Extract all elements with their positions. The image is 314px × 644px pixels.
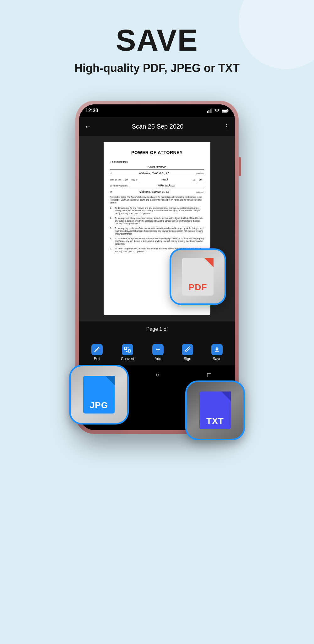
- txt-label: TXT: [199, 416, 231, 426]
- doc-appoint-name: Mike Jackson: [129, 184, 204, 188]
- doc-address-value: Alabama, Central St, 17: [113, 171, 195, 176]
- add-toolbar-item[interactable]: Add: [152, 344, 164, 361]
- txt-icon-badge[interactable]: TXT: [185, 380, 245, 440]
- doc-paragraph: (hereinafter called "the Agent") to be m…: [110, 196, 204, 204]
- nav-home-button[interactable]: ○: [155, 371, 159, 379]
- doc-born-year-val: 90: [196, 178, 204, 182]
- jpg-file-body: JPG: [83, 376, 115, 414]
- hero-subtitle: High-quality PDF, JPEG or TXT: [0, 62, 314, 75]
- doc-born-line: born on the 20 day of April 19 90: [110, 178, 204, 182]
- save-toolbar-item[interactable]: Save: [211, 344, 223, 361]
- edit-label: Edit: [94, 357, 100, 361]
- signal-icon: [207, 108, 212, 113]
- jpg-file-icon: JPG: [83, 376, 115, 414]
- phone-power-button: [239, 157, 241, 176]
- add-svg: [154, 346, 161, 353]
- convert-svg: [124, 346, 131, 353]
- menu-button[interactable]: ⋮: [224, 123, 230, 130]
- doc-born-day: 20: [122, 178, 130, 182]
- sign-toolbar-item[interactable]: Sign: [182, 344, 193, 361]
- doc-born-year-prefix: 19: [192, 178, 195, 181]
- doc-appoint-address-line: of Alabama, Square St, 51 (address): [110, 190, 204, 195]
- svg-rect-7: [125, 347, 127, 350]
- svg-rect-8: [128, 350, 130, 352]
- save-icon: [211, 344, 223, 355]
- edit-toolbar-item[interactable]: Edit: [91, 344, 103, 361]
- doc-name-line: Adam Bronson: [110, 165, 204, 170]
- status-icons: [207, 108, 229, 113]
- pdf-icon-badge[interactable]: PDF: [170, 248, 232, 311]
- sign-svg: [184, 346, 191, 353]
- doc-appoint-of-label: of: [110, 191, 112, 194]
- doc-appoint-line: do hereby appoint Mike Jackson: [110, 184, 204, 188]
- app-toolbar: ← Scan 25 Sep 2020 ⋮: [79, 117, 235, 136]
- pdf-icon-box: PDF: [170, 248, 226, 305]
- add-label: Add: [154, 357, 161, 361]
- txt-file-body: TXT: [199, 391, 231, 429]
- txt-icon-box: TXT: [185, 380, 245, 440]
- wifi-icon: [214, 108, 220, 113]
- save-svg: [214, 346, 220, 353]
- convert-toolbar-item[interactable]: Convert: [121, 344, 134, 361]
- page-indicator: Page 1 of: [79, 321, 235, 337]
- doc-of-label: of: [110, 172, 112, 175]
- pdf-file-icon: PDF: [182, 258, 214, 296]
- doc-appoint-address: Alabama, Square St, 51: [113, 190, 195, 195]
- doc-born-label: born on the: [110, 178, 121, 181]
- doc-appoint-label: do hereby appoint: [110, 184, 127, 187]
- bottom-toolbar: Edit Convert: [79, 337, 235, 365]
- edit-icon: [91, 344, 103, 355]
- doc-name-value: Adam Bronson: [110, 165, 204, 170]
- pdf-label: PDF: [182, 282, 214, 292]
- hero-section: SAVE High-quality PDF, JPEG or TXT: [0, 0, 314, 75]
- sign-label: Sign: [184, 357, 191, 361]
- back-button[interactable]: ←: [84, 122, 92, 131]
- svg-rect-1: [208, 110, 209, 113]
- convert-label: Convert: [121, 357, 134, 361]
- page-text: Page 1 of: [146, 326, 168, 332]
- svg-rect-6: [228, 110, 229, 112]
- status-bar: 12:30: [79, 104, 235, 117]
- txt-corner: [221, 391, 231, 401]
- doc-item-3: 3. To manage my business affairs, invest…: [110, 227, 204, 235]
- doc-item-4: 4. To commerce, carry on or defend all a…: [110, 237, 204, 246]
- add-icon: [152, 344, 164, 355]
- doc-address-line: of Alabama, Central St, 17 (address): [110, 171, 204, 176]
- nav-recents-button[interactable]: □: [207, 371, 211, 379]
- save-label: Save: [213, 357, 221, 361]
- jpg-icon-badge[interactable]: JPG: [69, 365, 129, 425]
- doc-appoint-address-tag: (address): [196, 191, 204, 193]
- svg-rect-2: [210, 109, 211, 113]
- doc-item-2: 2. To manage and let my immovable proper…: [110, 217, 204, 225]
- battery-icon: [222, 109, 229, 113]
- doc-born-month: April: [139, 178, 192, 182]
- jpg-corner: [105, 376, 115, 385]
- jpg-label: JPG: [83, 400, 115, 410]
- jpg-icon-box: JPG: [69, 365, 129, 425]
- phone-mockup: PDF JPG TXT: [75, 101, 239, 447]
- hero-title: SAVE: [0, 25, 314, 55]
- doc-day-of-label: day of: [131, 178, 137, 181]
- app-title: Scan 25 Sep 2020: [95, 123, 220, 130]
- convert-icon: [122, 344, 133, 355]
- edit-svg: [94, 346, 100, 353]
- svg-rect-5: [222, 110, 227, 112]
- pdf-file-body: PDF: [182, 258, 214, 296]
- doc-item-1: 1. To demand, sue for and recover, and g…: [110, 207, 204, 215]
- pdf-corner: [204, 258, 214, 267]
- svg-rect-3: [211, 108, 212, 113]
- svg-rect-0: [207, 111, 208, 113]
- document-title: POWER OF ATTORNEY: [110, 150, 204, 156]
- doc-intro: I, the undersigned,: [110, 160, 204, 164]
- doc-address-tag: (address): [196, 172, 204, 175]
- sign-icon: [182, 344, 193, 355]
- txt-file-icon: TXT: [199, 391, 231, 429]
- status-time: 12:30: [85, 108, 98, 114]
